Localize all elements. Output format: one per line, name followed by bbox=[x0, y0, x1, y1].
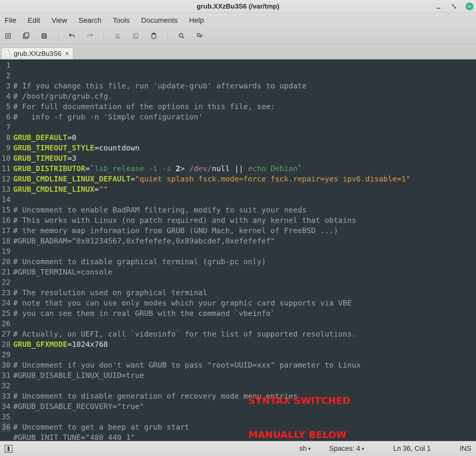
redo-button[interactable] bbox=[86, 32, 94, 40]
svg-point-12 bbox=[179, 33, 183, 37]
maximize-button[interactable] bbox=[450, 3, 458, 10]
file-icon bbox=[4, 50, 11, 57]
svg-rect-5 bbox=[43, 36, 46, 38]
cut-button[interactable] bbox=[113, 32, 122, 40]
open-file-button[interactable] bbox=[22, 32, 31, 40]
svg-point-13 bbox=[197, 33, 200, 36]
tab-close-icon[interactable]: ✕ bbox=[65, 50, 69, 57]
document-tab[interactable]: grub.XXzBu3S6 ✕ bbox=[2, 48, 73, 59]
menubar: File Edit View Search Tools Documents He… bbox=[0, 13, 476, 28]
editor[interactable]: 1234567891011121314151617181920212223242… bbox=[0, 59, 476, 441]
new-file-button[interactable] bbox=[4, 32, 12, 40]
menu-help[interactable]: Help bbox=[187, 15, 206, 26]
svg-rect-3 bbox=[25, 33, 29, 37]
svg-rect-4 bbox=[43, 34, 46, 35]
toolbar bbox=[0, 28, 476, 44]
toolbar-sep bbox=[168, 32, 168, 40]
svg-point-6 bbox=[115, 37, 117, 39]
cursor-position: Ln 36, Col 1 bbox=[393, 445, 431, 453]
titlebar: grub.XXzBu3S6 (/var/tmp) bbox=[0, 0, 476, 13]
tab-label: grub.XXzBu3S6 bbox=[14, 50, 62, 58]
tabbar: grub.XXzBu3S6 ✕ bbox=[0, 44, 476, 59]
window-title: grub.XXzBu3S6 (/var/tmp) bbox=[197, 2, 279, 10]
paste-button[interactable] bbox=[149, 32, 158, 40]
toolbar-sep bbox=[104, 32, 104, 40]
svg-rect-0 bbox=[437, 8, 441, 9]
annotation-overlay: SYNTAX SWITCHED MANUALLY BELOW bbox=[248, 372, 350, 441]
insert-mode[interactable]: INS bbox=[460, 445, 471, 453]
find-replace-button[interactable] bbox=[195, 32, 204, 40]
undo-button[interactable] bbox=[67, 32, 76, 40]
save-button[interactable] bbox=[40, 32, 49, 40]
copy-button[interactable] bbox=[131, 32, 140, 40]
toolbar-sep bbox=[58, 32, 58, 40]
svg-point-7 bbox=[118, 37, 120, 39]
language-selector[interactable]: sh▾ bbox=[299, 445, 311, 453]
line-gutter: 1234567891011121314151617181920212223242… bbox=[0, 59, 13, 441]
minimize-button[interactable] bbox=[435, 3, 442, 10]
menu-documents[interactable]: Documents bbox=[140, 15, 179, 26]
svg-rect-9 bbox=[135, 33, 138, 37]
menu-edit[interactable]: Edit bbox=[26, 15, 42, 26]
side-panel-toggle[interactable] bbox=[5, 445, 12, 453]
close-button[interactable] bbox=[466, 3, 473, 10]
menu-view[interactable]: View bbox=[50, 15, 69, 26]
statusbar: sh▾ Spaces: 4▾ Ln 36, Col 1 INS bbox=[0, 441, 476, 456]
menu-file[interactable]: File bbox=[3, 15, 18, 26]
find-button[interactable] bbox=[177, 32, 186, 40]
code-area[interactable]: # If you change this file, run 'update-g… bbox=[13, 59, 476, 441]
menu-tools[interactable]: Tools bbox=[111, 15, 131, 26]
indent-selector[interactable]: Spaces: 4▾ bbox=[329, 445, 364, 453]
menu-search[interactable]: Search bbox=[77, 15, 103, 26]
